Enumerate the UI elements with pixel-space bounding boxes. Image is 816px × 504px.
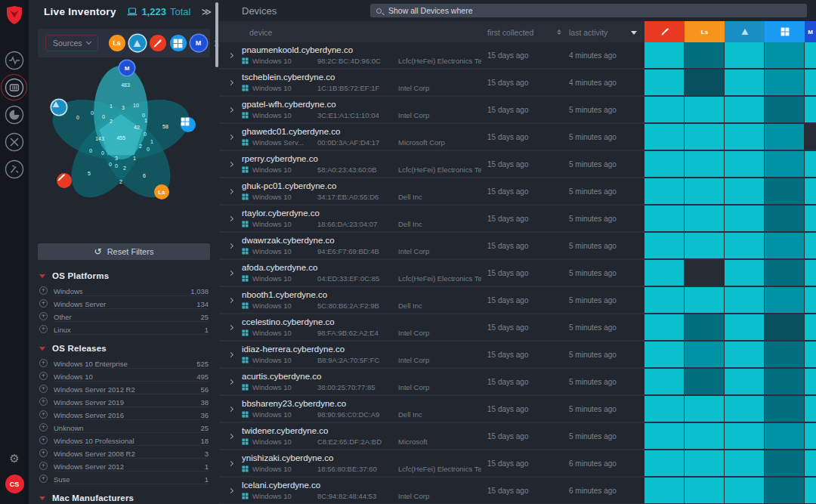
heatmap-cell[interactable] <box>725 314 765 340</box>
heatmap-cell[interactable] <box>725 478 765 503</box>
heatmap-cell[interactable] <box>644 369 685 394</box>
device-name[interactable]: nbooth1.cyberdyne.co <box>242 290 487 300</box>
add-filter-icon[interactable]: + <box>39 397 48 406</box>
heatmap-cell[interactable] <box>765 478 805 503</box>
heatmap-cell[interactable] <box>685 42 725 68</box>
row-expander[interactable] <box>219 42 242 68</box>
heatmap-cell[interactable] <box>765 124 805 150</box>
heatmap-cell[interactable] <box>685 151 725 177</box>
add-filter-icon[interactable]: + <box>39 325 48 333</box>
heatmap-cell[interactable] <box>685 178 725 204</box>
venn-triangle-icon[interactable] <box>51 100 66 115</box>
heatmap-cell[interactable] <box>805 124 816 150</box>
heatmap-cell[interactable] <box>685 260 725 286</box>
heatmap-cell[interactable] <box>805 260 816 286</box>
add-filter-icon[interactable]: + <box>39 436 48 444</box>
heatmap-cell[interactable] <box>765 233 805 258</box>
filter-row[interactable]: + Windows Server 2016 36 <box>39 408 209 421</box>
device-name[interactable]: ccelestino.cyberdyne.co <box>242 317 487 327</box>
filter-row[interactable]: + Windows Server 2012 R2 56 <box>39 382 209 395</box>
table-row[interactable]: acurtis.cyberdyne.co Windows 10 38:00:25… <box>219 369 816 394</box>
heatmap-cell[interactable] <box>685 287 725 313</box>
sort-desc-icon[interactable] <box>631 31 637 35</box>
venn-ls-icon[interactable]: Ls <box>154 184 169 199</box>
column-device[interactable]: device <box>249 28 272 37</box>
row-expander[interactable] <box>219 97 242 122</box>
heatmap-cell[interactable] <box>644 260 685 286</box>
heatmap-cell[interactable] <box>725 178 765 204</box>
device-name[interactable]: rtaylor.cyberdyne.co <box>242 209 487 218</box>
row-expander[interactable] <box>219 124 242 150</box>
venn-windows-icon[interactable] <box>181 117 196 132</box>
filter-row[interactable]: + Windows 1,038 <box>39 284 209 297</box>
filter-row[interactable]: + Windows 10 Professional 18 <box>39 434 209 447</box>
rail-pie-icon[interactable] <box>5 105 24 125</box>
filter-row[interactable]: + Unknown 25 <box>39 421 209 434</box>
heatmap-cell[interactable] <box>765 206 805 231</box>
row-expander[interactable] <box>219 151 242 177</box>
column-first-collected[interactable]: first collected <box>487 28 533 37</box>
device-name[interactable]: gpatel-wfh.cyberdyne.co <box>242 100 487 110</box>
table-row[interactable]: lcelani.cyberdyne.co Windows 10 8C:94:82… <box>219 478 816 503</box>
heatmap-cell[interactable] <box>685 342 725 367</box>
filter-row[interactable]: + Windows Server 2012 1 <box>39 459 209 472</box>
heatmap-cell[interactable] <box>685 97 725 122</box>
heatmap-cell[interactable] <box>644 396 685 422</box>
heatmap-cell[interactable] <box>725 124 765 150</box>
heatmap-cell[interactable] <box>644 478 685 503</box>
heatmap-cell[interactable] <box>765 42 805 68</box>
add-filter-icon[interactable]: + <box>39 385 48 393</box>
add-filter-icon[interactable]: + <box>39 475 48 483</box>
heatmap-cell[interactable] <box>685 478 725 503</box>
heatmap-cell[interactable] <box>805 369 816 394</box>
device-name[interactable]: dwawrzak.cyberdyne.co <box>242 236 487 246</box>
table-row[interactable]: tscheblein.cyberdyne.co Windows 10 1C:1B… <box>219 70 816 95</box>
heatmap-cell[interactable] <box>765 423 805 449</box>
heatmap-cell[interactable] <box>725 70 765 95</box>
filter-row[interactable]: + Windows Server 134 <box>39 297 209 310</box>
table-row[interactable]: ynishizaki.cyberdyne.co Windows 10 18:56… <box>219 450 816 476</box>
row-expander[interactable] <box>219 206 242 231</box>
reset-filters-button[interactable]: ↺ Reset Filters <box>38 243 210 260</box>
heatmap-cell[interactable] <box>765 178 805 204</box>
heatmap-cell[interactable] <box>725 342 765 367</box>
heatmap-cell[interactable] <box>644 233 685 258</box>
heatmap-cell[interactable] <box>805 233 816 258</box>
section-heading[interactable]: OS Releases <box>39 340 209 357</box>
heatmap-cell[interactable] <box>805 287 816 313</box>
device-name[interactable]: ghawedc01.cyberdyne.co <box>242 127 487 137</box>
row-expander[interactable] <box>219 369 242 394</box>
table-row[interactable]: ccelestino.cyberdyne.co Windows 10 98:FA… <box>219 314 816 340</box>
filter-row[interactable]: + Windows 10 495 <box>39 369 209 382</box>
heatmap-cell[interactable] <box>685 206 725 231</box>
table-row[interactable]: idiaz-herrera.cyberdyne.co Windows 10 B8… <box>219 342 816 367</box>
rail-tools-icon[interactable] <box>5 159 24 179</box>
heatmap-cell[interactable] <box>805 70 816 95</box>
heatmap-cell[interactable] <box>685 423 725 449</box>
heatmap-cell[interactable] <box>725 260 765 286</box>
device-name[interactable]: twidener.cyberdyne.co <box>242 426 487 436</box>
row-expander[interactable] <box>219 314 242 340</box>
filter-row[interactable]: + Windows Server 2008 R2 3 <box>39 447 209 459</box>
heatmap-cell[interactable] <box>805 423 816 449</box>
table-row[interactable]: dwawrzak.cyberdyne.co Windows 10 94:E6:F… <box>219 233 816 258</box>
source-rocket-icon[interactable] <box>150 35 166 51</box>
row-expander[interactable] <box>219 342 242 367</box>
heatmap-cell[interactable] <box>765 369 805 394</box>
device-name[interactable]: acurtis.cyberdyne.co <box>242 372 487 382</box>
heatmap-cell[interactable] <box>805 178 816 204</box>
filter-row[interactable]: + Windows Server 2019 38 <box>39 395 209 408</box>
row-expander[interactable] <box>219 178 242 204</box>
sidebar-scrollbar[interactable] <box>215 2 218 67</box>
table-row[interactable]: afoda.cyberdyne.co Windows 10 04:ED:33:E… <box>219 260 816 286</box>
heatmap-cell[interactable] <box>644 97 685 122</box>
device-name[interactable]: pnaumenkoold.cyberdyne.co <box>242 45 487 55</box>
rail-devices-icon[interactable] <box>5 78 24 97</box>
rail-activity-icon[interactable] <box>5 51 24 70</box>
heatmap-cell[interactable] <box>644 151 685 177</box>
add-filter-icon[interactable]: + <box>39 299 48 308</box>
filter-row[interactable]: + Linux 1 <box>39 323 209 335</box>
heatmap-cell[interactable] <box>765 396 805 422</box>
table-row[interactable]: rtaylor.cyberdyne.co Windows 10 18:66:DA… <box>219 206 816 231</box>
source-windows-icon[interactable] <box>170 35 187 51</box>
